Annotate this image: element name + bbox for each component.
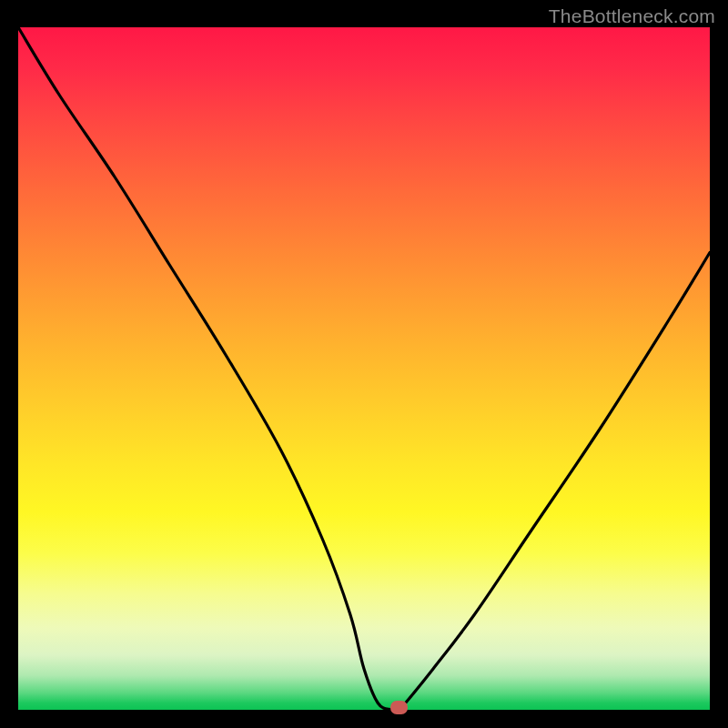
chart-container: TheBottleneck.com [0,0,728,728]
optimal-point-marker [390,701,408,714]
bottleneck-curve [18,27,710,710]
watermark-text: TheBottleneck.com [549,5,715,27]
plot-area [18,27,710,710]
